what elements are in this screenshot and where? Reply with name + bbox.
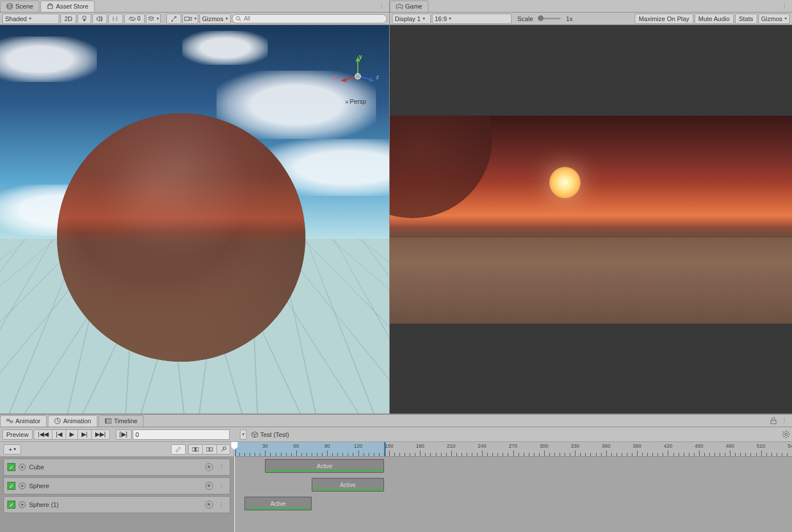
ruler-label: 450 [695,443,703,449]
record-icon[interactable] [205,482,213,490]
add-track-button[interactable]: + [3,444,21,455]
svg-point-12 [355,73,361,79]
track-binding-icon[interactable] [19,464,26,470]
track-binding-icon[interactable] [19,482,26,489]
track-lane[interactable]: Active [234,457,792,476]
track-item[interactable]: ✓Cube⋮ [3,459,230,476]
btn-play-range[interactable]: [▶] [116,429,132,440]
timeline-asset[interactable]: Test (Test) [251,431,289,438]
svg-point-21 [785,433,787,436]
track-checkbox[interactable]: ✓ [7,463,15,471]
btn-maximize[interactable]: Maximize On Play [635,14,693,24]
btn-camera[interactable] [182,14,198,24]
scene-viewport[interactable]: y x z ≡ Persp [0,25,389,414]
gizmos-dropdown[interactable]: Gizmos [199,14,231,24]
track-name: Sphere [29,482,49,489]
playhead[interactable] [234,442,235,532]
panel-menu[interactable]: ⋮ [777,417,792,424]
tab-scene[interactable]: Scene [0,1,39,12]
btn-2d[interactable]: 2D [60,14,76,24]
track-lane[interactable]: Active [234,494,792,513]
gear-icon[interactable] [782,431,790,438]
btn-stats[interactable]: Stats [735,14,757,24]
record-icon[interactable] [205,463,213,471]
track-binding-icon[interactable] [19,501,26,508]
btn-next-frame[interactable]: ▶| [77,429,91,440]
track-menu[interactable]: ⋮ [217,482,226,490]
display-dropdown[interactable]: Display 1 [392,14,431,24]
scene-panel: Scene Asset Store ⋮ Shaded 2D [0,0,390,414]
ruler-label: 120 [354,443,362,449]
game-viewport[interactable] [390,25,792,414]
timeline-clip[interactable]: Active [265,459,383,473]
svg-point-4 [236,17,240,20]
tab-asset-store[interactable]: Asset Store [40,1,95,12]
scale-slider[interactable] [538,18,561,19]
btn-prev-frame[interactable]: |◀ [52,429,66,440]
btn-to-start[interactable]: |◀◀ [34,429,52,440]
btn-replace-mode[interactable] [217,444,230,455]
svg-rect-17 [105,419,107,423]
scale-label: Scale [517,15,533,22]
btn-tools[interactable] [166,14,181,24]
track-lanes: ActiveActiveActive [234,457,792,513]
track-area[interactable]: 3060901201501802102402703003303603904204… [234,442,792,532]
search-icon [236,16,242,22]
btn-game-gizmos[interactable]: Gizmos [758,14,790,24]
projection-label[interactable]: ≡ Persp [345,98,366,105]
scene-toolbar: Shaded 2D 0 [0,13,389,25]
timeline-ruler[interactable]: 3060901201501802102402703003303603904204… [234,442,792,457]
btn-play[interactable]: ▶ [66,429,77,440]
timeline-clip[interactable]: Active [244,497,312,510]
btn-ripple-mode[interactable] [202,444,217,455]
tab-animator[interactable]: Animator [0,415,47,427]
panel-menu[interactable]: ⋮ [374,2,389,10]
btn-mix-mode[interactable] [188,444,202,455]
shade-mode-dropdown[interactable]: Shaded [2,14,59,24]
btn-mute[interactable]: Mute Audio [695,14,734,24]
svg-point-1 [83,16,86,19]
game-icon [396,3,403,10]
search-input[interactable] [244,15,383,22]
scale-value: 1x [566,15,573,22]
track-item[interactable]: ✓Sphere (1)⋮ [3,496,230,513]
frame-field[interactable] [133,429,230,440]
ruler-label: 30 [262,443,268,449]
track-menu[interactable]: ⋮ [217,501,226,509]
btn-layers[interactable] [146,14,161,24]
track-item[interactable]: ✓Sphere⋮ [3,477,230,494]
scene-icon [6,3,13,10]
scene-search[interactable] [232,14,387,23]
btn-edit-mode[interactable] [171,444,186,455]
ruler-label: 90 [324,443,330,449]
lock-icon[interactable] [770,417,777,424]
axis-gizmo[interactable]: y x z ≡ Persp [335,54,381,105]
btn-hidden[interactable]: 0 [124,14,145,24]
plus-icon: + [9,446,12,453]
game-panel: Game ⋮ Display 1 16:9 Scale 1x Maximize … [390,0,792,414]
aspect-dropdown[interactable]: 16:9 [432,14,512,24]
track-lane[interactable]: Active [234,476,792,494]
timeline-clip[interactable]: Active [312,478,384,492]
timeline-options-dropdown[interactable] [240,429,247,440]
btn-fx[interactable] [108,14,123,24]
panel-menu[interactable]: ⋮ [777,2,792,10]
record-icon[interactable] [205,501,213,509]
svg-line-5 [239,19,241,21]
svg-marker-9 [341,77,346,82]
ripple-icon [206,447,213,452]
track-menu[interactable]: ⋮ [217,464,226,471]
tab-animation[interactable]: Animation [48,415,97,427]
btn-audio[interactable] [92,14,107,24]
tab-timeline[interactable]: Timeline [99,415,144,427]
track-checkbox[interactable]: ✓ [7,501,15,509]
tab-game[interactable]: Game [390,1,428,12]
ruler-label: 300 [540,443,548,449]
track-checkbox[interactable]: ✓ [7,482,15,490]
scene-sphere-object[interactable] [57,113,305,362]
btn-preview[interactable]: Preview [2,429,32,440]
btn-lighting[interactable] [77,14,91,24]
timeline-toolbar: Preview |◀◀ |◀ ▶ ▶| ▶▶| [▶] Test (Test) [0,427,792,442]
btn-to-end[interactable]: ▶▶| [91,429,110,440]
eye-off-icon [128,16,136,22]
